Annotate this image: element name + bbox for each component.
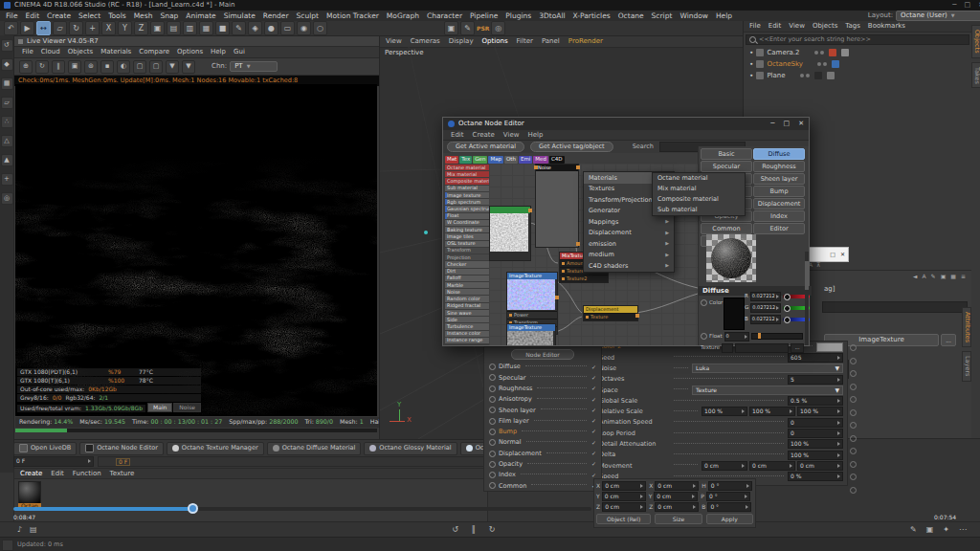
node-type-float[interactable]: Float	[445, 213, 489, 219]
pause-icon[interactable]: ‖	[52, 60, 65, 74]
enabled-check-icon[interactable]: ✓	[591, 451, 596, 456]
ne-menu-create[interactable]: Create	[473, 132, 495, 139]
convert-icon[interactable]: ↺	[1, 39, 13, 52]
floor-icon[interactable]: ▭	[280, 21, 295, 35]
x-axis-icon[interactable]: X	[101, 21, 116, 35]
category-tab-emi[interactable]: Emi	[519, 156, 532, 164]
workplane-icon[interactable]: ▱	[1, 97, 13, 109]
object-row-plane[interactable]: ∙Plane	[744, 70, 980, 81]
object-tag-icon[interactable]	[814, 72, 822, 79]
button-octane-texture-manager[interactable]: Octane Texture Manager	[167, 442, 264, 455]
ne-menu-help[interactable]: Help	[527, 132, 543, 139]
main-menu-pipeline[interactable]: Pipeline	[470, 12, 498, 20]
render-view[interactable]: GTX 1080[PDT](6,1)%7977°CGTX 1080[T](6,1…	[15, 84, 377, 416]
lv-menu-cloud[interactable]: Cloud	[41, 49, 60, 55]
maximize-button[interactable]: □	[830, 252, 835, 257]
main-menu-simulate[interactable]: Simulate	[224, 12, 256, 20]
texture-mode-icon[interactable]: ▦	[1, 77, 13, 90]
channel-row-diffuse[interactable]: Diffuse✓	[484, 362, 601, 372]
enabled-check-icon[interactable]: ✓	[591, 473, 596, 478]
rotate-icon[interactable]: ↻	[69, 21, 83, 35]
channel-row-normal[interactable]: Normal✓	[484, 437, 601, 448]
node-type-marble[interactable]: Marble	[445, 282, 489, 288]
anim-ring-icon[interactable]	[489, 418, 496, 425]
om-menu-objects[interactable]: Objects	[813, 23, 837, 30]
ne-menu-view[interactable]: View	[503, 132, 520, 139]
value-field[interactable]: 0	[788, 429, 843, 438]
button-octane-glossy-material[interactable]: Octane Glossy Material	[364, 442, 457, 455]
anim-ring-icon[interactable]	[489, 439, 496, 446]
category-tab-gen[interactable]: Gen	[473, 156, 487, 164]
value-field[interactable]: 0 cm	[702, 461, 747, 471]
enabled-check-icon[interactable]: ✓	[591, 429, 596, 434]
attribute-name-input[interactable]	[822, 301, 968, 313]
ne-menu-edit[interactable]: Edit	[451, 132, 464, 139]
main-menu-help[interactable]: Help	[716, 12, 732, 20]
anim-ring-icon[interactable]	[489, 386, 496, 392]
light-icon[interactable]: ○	[313, 21, 327, 35]
enabled-check-icon[interactable]: ✓	[591, 397, 596, 403]
om-menu-view[interactable]: View	[789, 23, 805, 30]
key-icon[interactable]: ✦	[943, 526, 949, 534]
node-type-falloff[interactable]: Falloff	[445, 276, 489, 281]
channel-row-displacement[interactable]: Displacement✓	[484, 448, 601, 458]
anim-ring-icon[interactable]	[489, 374, 496, 381]
pick-a-icon[interactable]: ▢	[133, 60, 146, 74]
z-axis-icon[interactable]: Z	[134, 21, 148, 35]
category-tab-mat[interactable]: Mat	[445, 156, 458, 164]
enabled-check-icon[interactable]: ✓	[591, 386, 596, 391]
om-menu-edit[interactable]: Edit	[768, 23, 782, 30]
node-type-sub-material[interactable]: Sub material	[445, 186, 489, 191]
anim-ring-icon[interactable]	[850, 358, 857, 364]
minimize-button[interactable]: ─	[952, 2, 956, 9]
maximize-button[interactable]: □	[784, 121, 791, 127]
node-type-noise[interactable]: Noise	[445, 289, 489, 295]
close-button[interactable]: ✕	[840, 252, 845, 257]
main-menu-tools[interactable]: Tools	[108, 12, 125, 20]
lv-menu-objects[interactable]: Objects	[68, 49, 93, 55]
submenu-item-sub-material[interactable]: Sub material	[653, 205, 745, 215]
channel-row-film-layer[interactable]: Film layer✓	[484, 415, 601, 426]
lv-menu-help[interactable]: Help	[211, 49, 226, 55]
channel-row-specular[interactable]: Specular✓	[484, 372, 601, 383]
material-thumbnail[interactable]	[18, 481, 41, 504]
main-menu-edit[interactable]: Edit	[26, 12, 40, 20]
om-menu-tags[interactable]: Tags	[845, 23, 860, 30]
pin2-icon[interactable]: ▼	[182, 60, 195, 74]
button-octane-node-editor[interactable]: Octane Node Editor	[79, 442, 164, 455]
main-menu-animate[interactable]: Animate	[186, 12, 215, 20]
channel-value-g[interactable]: 0.027212	[750, 303, 781, 313]
render-view-icon[interactable]: ▤	[167, 21, 181, 35]
texture-more-button[interactable]: ...	[941, 334, 956, 346]
channel-row-common[interactable]: Common✓	[484, 480, 601, 491]
loop-icon[interactable]: ↺	[452, 526, 458, 534]
node-type-rgb-spectrum[interactable]: Rgb spectrum	[445, 199, 489, 205]
anim-ring-icon[interactable]	[489, 429, 496, 435]
mm-menu-edit[interactable]: Edit	[51, 471, 64, 477]
main-menu-snap[interactable]: Snap	[160, 12, 178, 20]
channel-row-roughness[interactable]: Roughness✓	[484, 384, 601, 394]
dropdown-space[interactable]: Texture▼	[692, 386, 843, 395]
anim-ring-icon[interactable]	[489, 472, 496, 478]
param-button-index[interactable]: Index	[753, 210, 805, 222]
lock-icon[interactable]: ▪	[100, 60, 114, 74]
select-icon[interactable]: ▶	[20, 21, 34, 35]
render-dot[interactable]	[806, 74, 810, 77]
submenu-item-composite-material[interactable]: Composite material	[653, 194, 745, 205]
render-tab-main[interactable]: Main	[147, 403, 172, 412]
object-tag-icon[interactable]	[841, 49, 849, 56]
node-type-side[interactable]: Side	[445, 317, 489, 322]
size-mode-dropdown[interactable]: Size	[655, 514, 702, 524]
texture-dropdown[interactable]	[735, 343, 789, 353]
enabled-check-icon[interactable]: ✓	[591, 418, 596, 424]
anim-ring-icon[interactable]	[489, 396, 496, 403]
anim-ring-icon[interactable]	[489, 461, 496, 468]
color-swatch[interactable]	[816, 342, 843, 352]
channel-value-b[interactable]: 0.027212	[750, 315, 781, 324]
value-field[interactable]: 100 %	[749, 407, 795, 416]
mm-menu-function[interactable]: Function	[73, 471, 101, 477]
param-button-displacement[interactable]: Displacement	[753, 198, 805, 209]
screen-icon[interactable]: ▣	[444, 21, 458, 35]
node-type-composite-materia[interactable]: Composite materia	[445, 178, 489, 184]
channel-row-sheen-layer[interactable]: Sheen layer✓	[484, 405, 601, 415]
